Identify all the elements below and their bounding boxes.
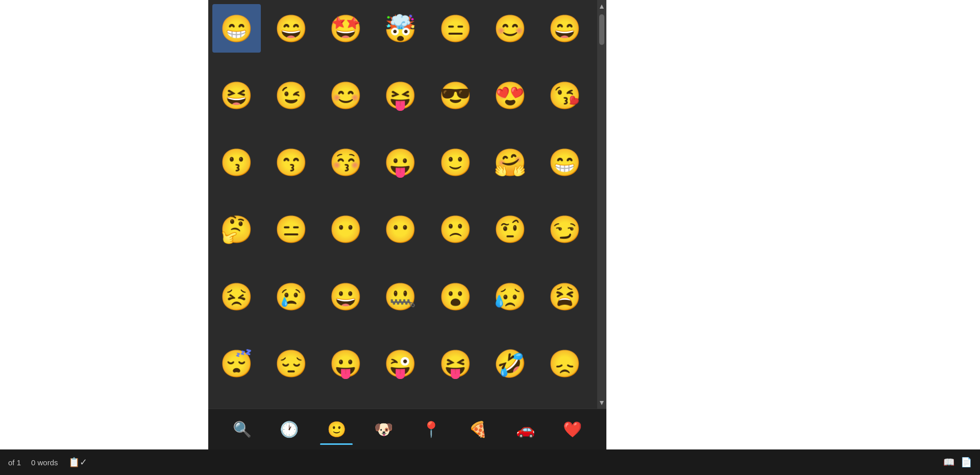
emoji-cell[interactable]: 😝 — [376, 71, 425, 120]
emoji-cell[interactable]: 🤗 — [486, 138, 534, 187]
emoji-cell[interactable]: 😛 — [376, 138, 425, 187]
emoji-cell[interactable]: 😆 — [212, 71, 261, 120]
emoji-cell[interactable]: 🤔 — [212, 205, 261, 254]
emoji-cell[interactable]: 😛 — [322, 340, 370, 388]
emoji-cell[interactable]: 😴 — [212, 340, 261, 388]
spell-check-icon[interactable]: 📋✓ — [68, 457, 87, 468]
emoji-cell[interactable]: 😏 — [541, 205, 589, 254]
emoji-cell[interactable]: 😶 — [376, 205, 425, 254]
book-view-icon[interactable]: 📖 — [943, 457, 954, 468]
category-recent[interactable]: 🕐 — [269, 414, 310, 445]
emoji-cell[interactable]: 😢 — [267, 272, 315, 321]
emoji-cell[interactable]: 🤣 — [486, 340, 534, 388]
category-food[interactable]: 🍕 — [458, 414, 499, 445]
emoji-cell[interactable]: 😑 — [431, 4, 480, 53]
emoji-cell[interactable]: 😊 — [322, 71, 370, 120]
scroll-down-arrow[interactable]: ▼ — [596, 396, 607, 409]
category-smileys[interactable]: 🙂 — [316, 414, 357, 445]
emoji-cell[interactable]: 😣 — [212, 272, 261, 321]
page-info: of 1 — [8, 458, 21, 467]
status-bar: of 1 0 words 📋✓ 📖 📄 — [0, 449, 980, 475]
category-animals[interactable]: 🐶 — [363, 414, 404, 445]
category-search[interactable]: 🔍 — [222, 414, 262, 445]
page-view-icon[interactable]: 📄 — [961, 457, 972, 468]
emoji-cell[interactable]: 🤩 — [322, 4, 370, 53]
emoji-cell[interactable]: 😁 — [541, 138, 589, 187]
emoji-cell[interactable]: 😑 — [267, 205, 315, 254]
emoji-cell[interactable]: 😝 — [431, 340, 480, 388]
emoji-cell[interactable]: 🙂 — [431, 138, 480, 187]
emoji-cell[interactable]: 😙 — [267, 138, 315, 187]
emoji-cell[interactable]: 😁 — [212, 4, 261, 53]
emoji-cell[interactable]: 🙁 — [431, 205, 480, 254]
emoji-cell[interactable]: 😍 — [486, 71, 534, 120]
emoji-cell[interactable]: 😫 — [541, 272, 589, 321]
emoji-cell[interactable]: 😎 — [431, 71, 480, 120]
emoji-cell[interactable]: 😉 — [267, 71, 315, 120]
emoji-cell[interactable]: 😘 — [541, 71, 589, 120]
emoji-cell[interactable]: 😊 — [486, 4, 534, 53]
emoji-cell[interactable]: 😄 — [267, 4, 315, 53]
emoji-cell[interactable]: 🤨 — [486, 205, 534, 254]
emoji-cell[interactable]: 😥 — [486, 272, 534, 321]
scroll-up-arrow[interactable]: ▲ — [596, 0, 607, 12]
emoji-cell[interactable]: 😄 — [541, 4, 589, 53]
emoji-cell[interactable]: 🤯 — [376, 4, 425, 53]
category-places[interactable]: 📍 — [410, 414, 451, 445]
category-symbols[interactable]: ❤️ — [552, 414, 593, 445]
emoji-cell[interactable]: 😮 — [431, 272, 480, 321]
category-objects[interactable]: 🚗 — [505, 414, 546, 445]
emoji-cell[interactable]: 😜 — [376, 340, 425, 388]
emoji-picker: ▲ ▼ 😁😄🤩🤯😑😊😄😆😉😊😝😎😍😘😗😙😚😛🙂🤗😁🤔😑😶😶🙁🤨😏😣😢😀🤐😮😥😫😴… — [208, 0, 606, 449]
emoji-cell[interactable]: 😔 — [267, 340, 315, 388]
emoji-cell[interactable]: 😗 — [212, 138, 261, 187]
emoji-cell[interactable]: 🤐 — [376, 272, 425, 321]
word-count: 0 words — [31, 458, 58, 467]
emoji-cell[interactable]: 😞 — [541, 340, 589, 388]
emoji-cell[interactable]: 😚 — [322, 138, 370, 187]
status-bar-right: 📖 📄 — [943, 457, 972, 468]
emoji-cell[interactable]: 😀 — [322, 272, 370, 321]
scroll-thumb[interactable] — [599, 14, 604, 45]
emoji-grid: 😁😄🤩🤯😑😊😄😆😉😊😝😎😍😘😗😙😚😛🙂🤗😁🤔😑😶😶🙁🤨😏😣😢😀🤐😮😥😫😴😔😛😜😝… — [208, 0, 606, 409]
scroll-track: ▲ ▼ — [597, 0, 606, 409]
emoji-categories: 🔍🕐🙂🐶📍🍕🚗❤️ — [208, 409, 606, 449]
emoji-cell[interactable]: 😶 — [322, 205, 370, 254]
